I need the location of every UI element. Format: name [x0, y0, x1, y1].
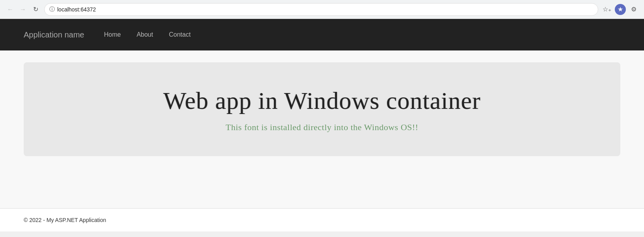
browser-actions: ☆₊ ★ ⚙: [601, 4, 639, 15]
nav-about[interactable]: About: [137, 31, 153, 38]
nav-home[interactable]: Home: [104, 31, 121, 38]
bookmark-button[interactable]: ☆₊: [601, 4, 612, 15]
main-content: Web app in Windows container This font i…: [0, 50, 644, 208]
address-bar[interactable]: ⓘ localhost:64372: [44, 3, 598, 16]
nav-contact[interactable]: Contact: [169, 31, 191, 38]
url-text: localhost:64372: [57, 6, 96, 13]
back-button[interactable]: ←: [5, 4, 16, 15]
app-navbar: Application name Home About Contact: [0, 19, 644, 50]
footer: © 2022 - My ASP.NET Application: [0, 208, 644, 231]
hero-title: Web app in Windows container: [39, 86, 605, 115]
app-brand[interactable]: Application name: [24, 30, 84, 39]
reload-button[interactable]: ↻: [30, 4, 41, 15]
info-icon: ⓘ: [49, 6, 55, 13]
nav-buttons: ← → ↻: [5, 4, 41, 15]
hero-subtitle: This font is installed directly into the…: [39, 122, 605, 132]
footer-copyright: © 2022 - My ASP.NET Application: [24, 217, 106, 223]
extensions-button[interactable]: ⚙: [628, 4, 639, 15]
forward-button[interactable]: →: [17, 4, 28, 15]
hero-card: Web app in Windows container This font i…: [24, 62, 620, 156]
profile-button[interactable]: ★: [615, 4, 626, 15]
browser-chrome: ← → ↻ ⓘ localhost:64372 ☆₊ ★ ⚙: [0, 0, 644, 19]
